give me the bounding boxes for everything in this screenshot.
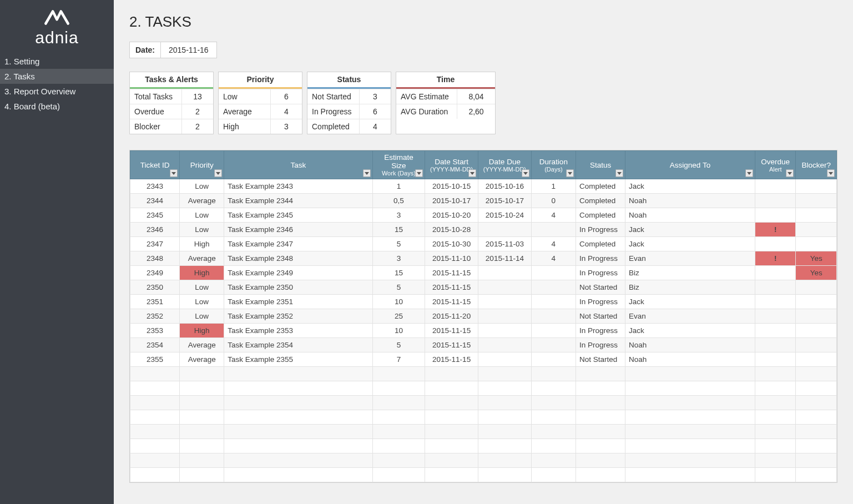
column-header-sub: Work (Days): [376, 170, 422, 177]
cell-date-start: 2015-10-30: [425, 237, 478, 251]
filter-dropdown-icon[interactable]: [363, 169, 371, 177]
table-row[interactable]: 2350LowTask Example 235052015-11-15Not S…: [130, 280, 837, 295]
table-row[interactable]: 2354AverageTask Example 235452015-11-15I…: [130, 338, 837, 352]
table-row-empty[interactable]: [130, 468, 837, 482]
table-row[interactable]: 2347HighTask Example 234752015-10-302015…: [130, 237, 837, 251]
table-cell-empty: [224, 439, 372, 453]
cell-ticket-id: 2343: [130, 179, 180, 194]
table-row[interactable]: 2345LowTask Example 234532015-10-202015-…: [130, 208, 837, 223]
date-value[interactable]: 2015-11-16: [161, 42, 216, 58]
filter-dropdown-icon[interactable]: [214, 169, 222, 177]
cell-date-start: 2015-10-15: [425, 179, 478, 194]
cell-task: Task Example 2351: [224, 295, 372, 309]
table-row[interactable]: 2348AverageTask Example 234832015-11-102…: [130, 251, 837, 266]
cell-estimate: 0,5: [372, 194, 425, 208]
cell-blocker: [796, 352, 837, 367]
table-cell-empty: [478, 453, 532, 468]
filter-dropdown-icon[interactable]: [786, 169, 794, 177]
card-priority-title: Priority: [219, 72, 302, 89]
table-cell-empty: [372, 367, 425, 381]
table-cell-empty: [224, 410, 372, 425]
column-header[interactable]: Ticket ID: [130, 151, 180, 179]
cell-overdue-alert: [755, 266, 796, 280]
table-cell-empty: [425, 453, 478, 468]
cell-date-start: 2015-10-17: [425, 194, 478, 208]
column-header-label: Duration: [539, 158, 568, 166]
table-row[interactable]: 2351LowTask Example 2351102015-11-15In P…: [130, 295, 837, 309]
table-row[interactable]: 2353HighTask Example 2353102015-11-15In …: [130, 324, 837, 338]
table-row-empty[interactable]: [130, 410, 837, 425]
cell-ticket-id: 2353: [130, 324, 180, 338]
cell-status: In Progress: [576, 295, 625, 309]
table-cell-empty: [531, 410, 576, 425]
table-row[interactable]: 2346LowTask Example 2346152015-10-28In P…: [130, 223, 837, 237]
summary-row-item: In Progress6: [307, 104, 391, 119]
filter-dropdown-icon[interactable]: [745, 169, 753, 177]
filter-dropdown-icon[interactable]: [170, 169, 178, 177]
table-row-empty[interactable]: [130, 453, 837, 468]
cell-overdue-alert: [755, 237, 796, 251]
summary-row-item: AVG Estimate8,04: [396, 89, 495, 104]
cell-date-start: 2015-10-28: [425, 223, 478, 237]
table-cell-empty: [576, 367, 625, 381]
filter-dropdown-icon[interactable]: [566, 169, 574, 177]
table-row[interactable]: 2355AverageTask Example 235572015-11-15N…: [130, 352, 837, 367]
table-cell-empty: [180, 410, 224, 425]
table-row-empty[interactable]: [130, 396, 837, 410]
table-cell-empty: [531, 439, 576, 453]
summary-row-label: Overdue: [130, 104, 182, 119]
table-row[interactable]: 2352LowTask Example 2352252015-11-20Not …: [130, 309, 837, 324]
column-header[interactable]: Date Start(YYYY-MM-DD): [425, 151, 478, 179]
table-row[interactable]: 2344AverageTask Example 23440,52015-10-1…: [130, 194, 837, 208]
cell-task: Task Example 2355: [224, 352, 372, 367]
summary-row-value: 8,04: [457, 89, 495, 104]
cell-date-due: 2015-11-14: [478, 251, 532, 266]
table-row-empty[interactable]: [130, 381, 837, 396]
table-cell-empty: [796, 468, 837, 482]
cell-assigned: Jack: [625, 237, 755, 251]
table-cell-empty: [625, 453, 755, 468]
filter-dropdown-icon[interactable]: [468, 169, 476, 177]
column-header[interactable]: OverdueAlert: [755, 151, 796, 179]
column-header[interactable]: Date Due(YYYY-MM-DD): [478, 151, 532, 179]
filter-dropdown-icon[interactable]: [415, 169, 423, 177]
column-header-label: Assigned To: [670, 161, 710, 169]
table-cell-empty: [531, 381, 576, 396]
table-row-empty[interactable]: [130, 367, 837, 381]
table-cell-empty: [796, 439, 837, 453]
column-header[interactable]: Duration(Days): [531, 151, 576, 179]
table-cell-empty: [478, 381, 532, 396]
cell-duration: 4: [531, 251, 576, 266]
sidebar-item[interactable]: 4. Board (beta): [0, 99, 114, 114]
cell-status: Completed: [576, 237, 625, 251]
table-row[interactable]: 2343LowTask Example 234312015-10-152015-…: [130, 179, 837, 194]
table-cell-empty: [180, 396, 224, 410]
summary-row-label: Average: [219, 104, 271, 119]
table-row-empty[interactable]: [130, 439, 837, 453]
filter-dropdown-icon[interactable]: [827, 169, 835, 177]
cell-priority: Average: [180, 194, 224, 208]
table-cell-empty: [755, 468, 796, 482]
filter-dropdown-icon[interactable]: [615, 169, 623, 177]
column-header[interactable]: Blocker?: [796, 151, 837, 179]
sidebar-item[interactable]: 1. Setting: [0, 54, 114, 69]
column-header[interactable]: Task: [224, 151, 372, 179]
sidebar-item[interactable]: 3. Report Overview: [0, 84, 114, 99]
table-row[interactable]: 2349HighTask Example 2349152015-11-15In …: [130, 266, 837, 280]
sidebar-item[interactable]: 2. Tasks: [0, 69, 114, 84]
column-header[interactable]: Status: [576, 151, 625, 179]
cell-assigned: Jack: [625, 295, 755, 309]
summary-row-item: AVG Duration2,60: [396, 104, 495, 119]
table-cell-empty: [531, 453, 576, 468]
table-cell-empty: [372, 410, 425, 425]
column-header-label: Date Start: [435, 158, 468, 166]
summary-row-label: Low: [219, 89, 271, 104]
column-header[interactable]: Assigned To: [625, 151, 755, 179]
column-header[interactable]: Priority: [180, 151, 224, 179]
cell-ticket-id: 2352: [130, 309, 180, 324]
filter-dropdown-icon[interactable]: [522, 169, 529, 177]
table-cell-empty: [425, 367, 478, 381]
cell-priority: Low: [180, 208, 224, 223]
column-header[interactable]: Estimate SizeWork (Days): [372, 151, 425, 179]
table-row-empty[interactable]: [130, 425, 837, 439]
